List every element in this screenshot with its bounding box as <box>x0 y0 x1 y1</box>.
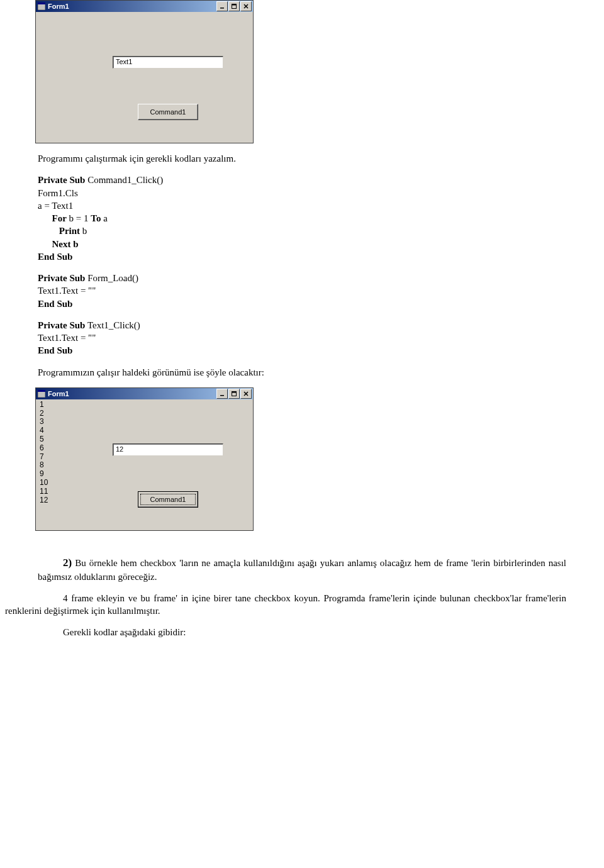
window-controls <box>216 1 252 11</box>
minimize-button[interactable] <box>216 1 228 11</box>
form-icon <box>37 389 46 398</box>
code-block-1: Private Sub Command1_Click() Form1.Cls a… <box>38 174 566 263</box>
minimize-button[interactable] <box>216 389 228 399</box>
text1-value-run: 12 <box>116 445 123 453</box>
window-title: Form1 <box>48 3 216 10</box>
code-block-3: Private Sub Text1_Click() Text1.Text = "… <box>38 319 566 357</box>
output-line: 8 <box>40 461 48 470</box>
close-button[interactable] <box>240 389 252 399</box>
output-line: 7 <box>40 453 48 462</box>
maximize-button[interactable] <box>228 1 240 11</box>
text1-textbox-run[interactable]: 12 <box>113 443 223 456</box>
paragraph-code-follows: Gerekli kodlar aşağıdaki gibidir: <box>38 626 566 638</box>
window-title-2: Form1 <box>48 390 216 398</box>
svg-rect-1 <box>38 3 45 4</box>
svg-rect-7 <box>220 395 224 396</box>
command1-button[interactable]: Command1 <box>138 104 198 120</box>
output-line: 9 <box>40 470 48 479</box>
design-grid <box>36 12 253 143</box>
text1-textbox[interactable]: Text1 <box>113 56 223 69</box>
output-line: 2 <box>40 409 48 418</box>
output-line: 1 <box>40 401 48 409</box>
form-icon <box>37 2 46 11</box>
section-number: 2) <box>63 557 72 569</box>
vb-form-design: Form1 Text1 Command1 <box>35 0 254 143</box>
command1-label-run: Command1 <box>150 496 186 503</box>
svg-rect-6 <box>38 390 45 392</box>
paragraph-example2: 2) Bu örnekle hem checkbox 'ların ne ama… <box>38 556 566 583</box>
paragraph-run: Programımızın çalışır haldeki görünümü i… <box>38 366 566 379</box>
output-line: 10 <box>40 479 48 487</box>
code-block-2: Private Sub Form_Load() Text1.Text = "" … <box>38 272 566 310</box>
maximize-button[interactable] <box>228 389 240 399</box>
svg-rect-4 <box>232 4 237 6</box>
command1-label: Command1 <box>150 108 186 116</box>
svg-rect-9 <box>232 391 237 392</box>
svg-rect-2 <box>220 8 224 9</box>
output-line: 4 <box>40 426 48 435</box>
output-line: 11 <box>40 487 48 496</box>
form-body: Text1 Command1 <box>36 12 253 143</box>
paragraph-instructions: 4 frame ekleyin ve bu frame' in içine bi… <box>5 592 566 618</box>
form-body-2: 1 2 3 4 5 6 7 8 9 10 11 12 12 Command1 <box>36 399 253 530</box>
output-line: 6 <box>40 444 48 453</box>
text1-value: Text1 <box>116 58 132 65</box>
titlebar: Form1 <box>36 1 253 12</box>
titlebar-2: Form1 <box>36 388 253 399</box>
window-controls-2 <box>216 389 252 399</box>
output-line: 12 <box>40 496 48 505</box>
output-line: 5 <box>40 435 48 444</box>
close-button[interactable] <box>240 1 252 11</box>
vb-form-runtime: Form1 1 2 3 4 5 6 7 <box>35 387 254 531</box>
output-line: 3 <box>40 418 48 426</box>
print-output: 1 2 3 4 5 6 7 8 9 10 11 12 <box>40 401 48 505</box>
command1-button-run[interactable]: Command1 <box>138 491 198 508</box>
paragraph-intro: Programımı çalıştırmak için gerekli kodl… <box>38 152 566 165</box>
